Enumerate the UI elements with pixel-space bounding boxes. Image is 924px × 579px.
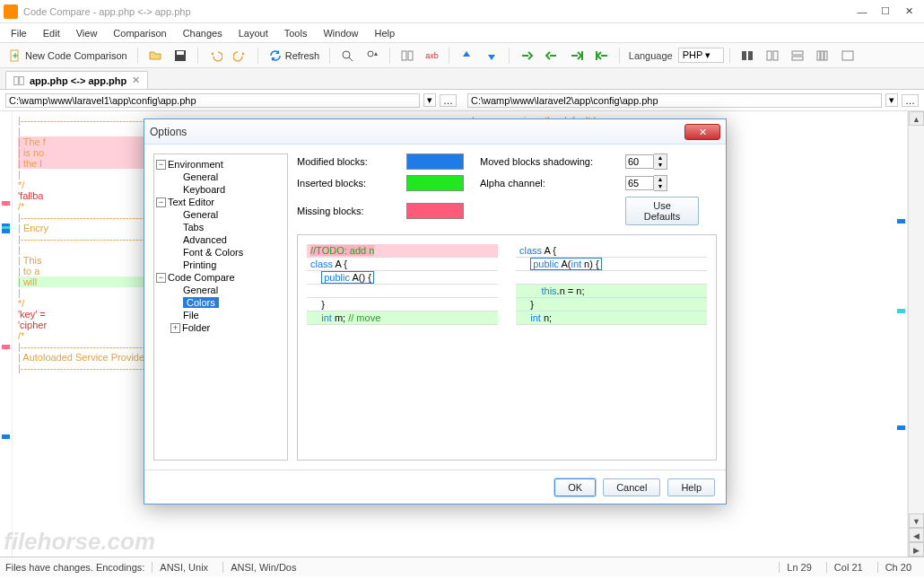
separator: [619, 48, 620, 64]
left-path-browse[interactable]: …: [440, 94, 457, 107]
dialog-titlebar[interactable]: Options ✕: [144, 119, 726, 145]
svg-point-4: [368, 51, 373, 57]
redo-button[interactable]: [229, 46, 252, 66]
tree-cc-colors[interactable]: Colors: [156, 296, 285, 309]
status-line: Ln 29: [779, 562, 819, 573]
spin-up-icon[interactable]: ▲: [654, 176, 667, 183]
separator: [449, 48, 449, 64]
right-overview-ruler[interactable]: [895, 111, 908, 557]
menu-layout[interactable]: Layout: [231, 26, 275, 40]
new-comparison-button[interactable]: New Code Comparison: [4, 46, 132, 66]
options-dialog: Options ✕ −Environment General Keyboard …: [144, 118, 727, 504]
alpha-input[interactable]: [625, 176, 654, 190]
svg-rect-10: [773, 51, 778, 60]
prev-diff-button[interactable]: [455, 46, 478, 66]
tree-te-printing[interactable]: Printing: [156, 259, 285, 271]
scroll-up-button[interactable]: ▲: [909, 111, 924, 126]
svg-rect-17: [14, 76, 19, 84]
right-path-input[interactable]: [467, 93, 882, 108]
collapse-icon[interactable]: −: [156, 273, 166, 283]
expand-icon[interactable]: +: [170, 323, 180, 333]
tree-te-general[interactable]: General: [156, 208, 285, 221]
menu-file[interactable]: File: [4, 26, 34, 40]
use-defaults-button[interactable]: Use Defaults: [625, 197, 699, 225]
maximize-button[interactable]: ☐: [874, 5, 897, 17]
layout-alt2-button[interactable]: [786, 46, 809, 66]
minimize-button[interactable]: —: [850, 6, 874, 17]
modified-color-swatch[interactable]: [406, 154, 464, 170]
tree-code-compare[interactable]: −Code Compare: [156, 271, 285, 284]
scroll-down-button[interactable]: ▼: [909, 513, 924, 528]
moved-shadow-spinner[interactable]: ▲▼: [625, 154, 670, 170]
spin-down-icon[interactable]: ▼: [654, 183, 667, 190]
tab-close-button[interactable]: ✕: [132, 75, 140, 86]
menu-edit[interactable]: Edit: [36, 26, 67, 40]
tree-te-advanced[interactable]: Advanced: [156, 233, 285, 246]
tree-env-keyboard[interactable]: Keyboard: [156, 183, 285, 196]
dialog-close-button[interactable]: ✕: [684, 124, 720, 140]
menu-window[interactable]: Window: [316, 26, 365, 40]
vertical-scrollbar[interactable]: ▲ ▼ ◀ ▶: [908, 111, 924, 557]
inserted-color-swatch[interactable]: [406, 175, 464, 191]
copy-right-button[interactable]: [515, 46, 538, 66]
layout-2col-button[interactable]: [736, 46, 759, 66]
tree-cc-folder[interactable]: +Folder: [156, 321, 285, 334]
copy-left-button[interactable]: [540, 46, 563, 66]
find-prev-button[interactable]: [361, 46, 384, 66]
modified-label: Modified blocks:: [297, 156, 396, 167]
undo-button[interactable]: [204, 46, 227, 66]
next-diff-button[interactable]: [480, 46, 503, 66]
menu-changes[interactable]: Changes: [176, 26, 230, 40]
layout-alt3-button[interactable]: [811, 46, 834, 66]
close-button[interactable]: ✕: [897, 5, 920, 17]
menu-comparison[interactable]: Comparison: [106, 26, 173, 40]
open-button[interactable]: [144, 46, 167, 66]
layout-alt4-button[interactable]: [836, 46, 859, 66]
missing-color-swatch[interactable]: [406, 203, 464, 219]
copy-all-right-button[interactable]: [565, 46, 588, 66]
ok-button[interactable]: OK: [554, 478, 596, 496]
copy-all-left-button[interactable]: [590, 46, 614, 66]
help-button[interactable]: Help: [667, 478, 715, 496]
down-arrow-icon: [484, 48, 499, 63]
spin-down-icon[interactable]: ▼: [654, 162, 667, 169]
cancel-button[interactable]: Cancel: [603, 478, 660, 496]
refresh-button[interactable]: Refresh: [264, 46, 325, 66]
options-tree[interactable]: −Environment General Keyboard −Text Edit…: [153, 154, 288, 461]
compare-pane-button[interactable]: [396, 46, 419, 66]
menu-tools[interactable]: Tools: [277, 26, 315, 40]
find-button[interactable]: [336, 46, 359, 66]
tree-text-editor[interactable]: −Text Editor: [156, 196, 285, 208]
language-select[interactable]: PHP ▾: [678, 48, 724, 63]
collapse-icon[interactable]: −: [156, 160, 166, 170]
right-path-browse[interactable]: …: [902, 94, 919, 107]
window-title: Code Compare - app.php <-> app.php: [23, 6, 850, 17]
right-path-panel: ▾ …: [462, 90, 924, 110]
layout-alt1-button[interactable]: [761, 46, 784, 66]
tree-te-tabs[interactable]: Tabs: [156, 221, 285, 233]
save-button[interactable]: [169, 46, 192, 66]
left-path-dropdown[interactable]: ▾: [423, 93, 436, 107]
collapse-icon[interactable]: −: [156, 197, 166, 207]
spin-up-icon[interactable]: ▲: [654, 154, 667, 162]
scroll-left-button[interactable]: ◀: [909, 528, 924, 542]
right-path-dropdown[interactable]: ▾: [885, 93, 898, 107]
tree-env-general[interactable]: General: [156, 171, 285, 183]
axb-button[interactable]: axb: [421, 48, 443, 63]
left-overview-ruler[interactable]: [0, 111, 13, 557]
left-path-input[interactable]: [5, 93, 420, 108]
menu-view[interactable]: View: [69, 26, 105, 40]
scroll-right-button[interactable]: ▶: [909, 542, 924, 557]
menu-help[interactable]: Help: [368, 26, 403, 40]
tree-cc-general[interactable]: General: [156, 284, 285, 296]
separator: [729, 48, 730, 64]
svg-rect-11: [792, 51, 803, 55]
tab-active[interactable]: app.php <-> app.php ✕: [5, 71, 148, 89]
moved-shadow-input[interactable]: [625, 154, 654, 169]
preview-line: int n;: [516, 311, 707, 325]
tree-cc-file[interactable]: File: [156, 309, 285, 321]
tree-te-fonts[interactable]: Font & Colors: [156, 246, 285, 259]
panes-icon: [400, 48, 414, 63]
tree-environment[interactable]: −Environment: [156, 158, 285, 171]
alpha-spinner[interactable]: ▲▼: [625, 175, 670, 191]
